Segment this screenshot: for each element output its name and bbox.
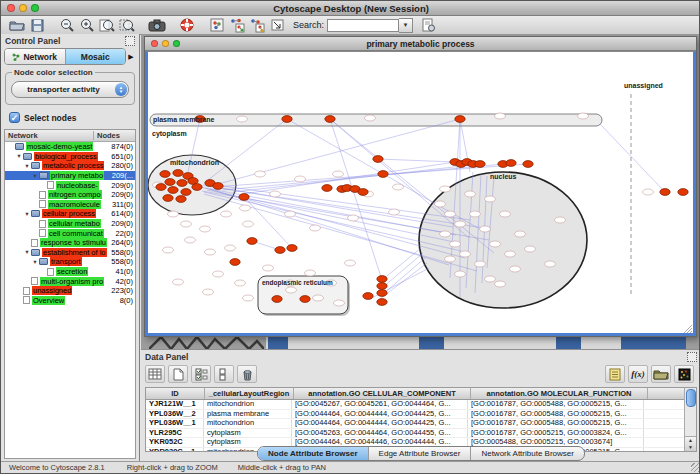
tab-mosaic-label: Mosaic [81,52,110,62]
tab-network-attribute-browser[interactable]: Network Attribute Browser [471,447,583,460]
matrix-icon[interactable] [674,365,694,383]
main-toolbar: Search: ▼ [1,16,700,35]
column-header[interactable]: annotation.GO CELLULAR_COMPONENT [294,388,471,399]
table-scrollbar[interactable]: ▲▼ [684,388,696,451]
table-cell [644,429,684,438]
table-cell: [GO:0044464, GO:0044444, GO:0044425, G..… [292,419,468,428]
function-builder-icon[interactable]: f(x) [628,365,648,383]
search-label: Search: [293,20,324,30]
tree-row[interactable]: response to stimulu264(0) [5,238,135,248]
svg-text:plasma membrane: plasma membrane [153,116,215,124]
attribute-table-icon[interactable] [145,365,165,383]
tree-row[interactable]: ▼metabolic process280(0) [5,161,135,171]
tab-node-attribute-browser[interactable]: Node Attribute Browser [258,447,369,460]
tree-row[interactable]: Overview8(0) [5,296,135,306]
column-header[interactable]: ID [146,388,205,399]
tree-expander-icon[interactable]: ▼ [31,259,39,265]
tree-row-label: biological_process [34,152,98,161]
tree-expander-icon[interactable]: ▼ [23,211,31,217]
search-dropdown-button[interactable]: ▼ [399,18,413,33]
file-icon [31,277,38,285]
file-icon [39,220,46,228]
open-icon[interactable] [8,17,26,33]
search-input[interactable] [327,19,399,32]
table-row[interactable]: YJR121W__1mitochondrion[GO:0045267, GO:0… [146,400,684,410]
tree-row[interactable]: ▼transport558(0) [5,257,135,267]
tree-row[interactable]: ▼biological_process651(0) [5,152,135,162]
notes-icon[interactable] [605,365,625,383]
delete-attribute-icon[interactable] [237,365,257,383]
column-header[interactable] [648,388,684,399]
table-cell: YLR295C [146,429,204,438]
background-window-fragment [268,337,288,349]
control-panel: Control Panel Network Mosaic ▶ Node colo… [1,34,140,463]
scrollbar-thumb[interactable] [686,389,696,407]
file-icon [47,181,54,189]
tab-edge-attribute-browser[interactable]: Edge Attribute Browser [369,447,472,460]
tree-expander-icon[interactable]: ▼ [15,153,23,159]
svg-text:cytoplasm: cytoplasm [152,130,187,138]
node-color-selection-group: Node color selection transporter activit… [5,72,135,105]
tree-expander-icon[interactable]: ▼ [31,173,39,179]
tree-column-nodes[interactable]: Nodes [94,131,135,140]
select-nodes-label: Select nodes [24,113,76,123]
tree-row[interactable]: cell communicat22(0) [5,228,135,238]
save-icon[interactable] [28,17,46,33]
column-header[interactable]: _cellularLayoutRegion [205,388,294,399]
search-options-icon[interactable] [419,17,437,33]
tree-row[interactable]: nucleobase-209(0) [5,180,135,190]
network-view-titlebar[interactable]: primary metabolic process [145,37,696,51]
zoom-in-icon[interactable] [78,17,96,33]
tree-row[interactable]: ▼cellular process614(0) [5,209,135,219]
tree-row-node-count: 209(... [112,171,135,180]
tree-row-node-count: 41(0) [115,267,135,276]
select-nodes-checkbox[interactable]: ✓ [9,112,20,123]
zoom-selected-icon[interactable] [118,17,136,33]
vizmapper-icon[interactable] [208,17,226,33]
table-row[interactable]: YLR295Ccytoplasm[GO:0045263, GO:0044464,… [146,429,684,439]
folder-icon [15,143,24,150]
resize-grip[interactable] [691,463,700,472]
unselect-attributes-icon[interactable] [214,365,234,383]
zoom-fit-icon[interactable] [98,17,116,33]
tree-row[interactable]: mosaic-demo-yeast874(0) [5,142,135,152]
import-icon[interactable] [268,17,286,33]
tree-row[interactable]: unassigned223(0) [5,286,135,296]
tree-row[interactable]: ▼establishment of lo558(0) [5,248,135,258]
help-lifesaver-icon[interactable] [178,17,196,33]
tree-row[interactable]: nitrogen compo209(0) [5,190,135,200]
tab-scroll-right-icon[interactable]: ▶ [126,53,136,61]
select-attributes-icon[interactable] [191,365,211,383]
tree-expander-icon[interactable]: ▼ [23,249,31,255]
folder-icon [31,249,40,256]
layout-icon[interactable] [228,17,246,33]
new-attribute-icon[interactable] [168,365,188,383]
tree-expander-icon[interactable]: ▼ [23,163,31,169]
tab-network[interactable]: Network [5,49,66,64]
tree-row[interactable]: ▼primary metabo209(... [5,171,135,181]
column-header[interactable]: annotation.GO MOLECULAR_FUNCTION [471,388,648,399]
tab-mosaic[interactable]: Mosaic [66,49,126,64]
tree-row[interactable]: secretion41(0) [5,267,135,277]
network-canvas[interactable]: plasma membranecytoplasmmitochondrionnuc… [145,51,696,336]
tree-column-network[interactable]: Network [5,131,94,140]
import-attributes-icon[interactable] [651,365,671,383]
float-panel-icon[interactable] [125,36,135,46]
tree-row-label: unassigned [32,286,72,295]
tree-row-node-count: 874(0) [111,142,135,151]
table-cell: mitochondrion [204,400,292,409]
tree-row-label: cellular metabo [48,219,101,228]
browser-tabs: Node Attribute Browser Edge Attribute Br… [141,446,700,461]
control-panel-header: Control Panel [1,34,139,47]
tree-row[interactable]: multi-organism pro42(0) [5,276,135,286]
float-panel-icon[interactable] [687,352,697,362]
table-cell: YJR121W__1 [146,400,204,409]
tree-row[interactable]: cellular metabo209(0) [5,219,135,229]
tree-row[interactable]: macromolecule311(0) [5,200,135,210]
node-color-dropdown[interactable]: transporter activity ▲▼ [11,81,129,98]
table-row[interactable]: YPL036W__2plasma membrane[GO:0044464, GO… [146,410,684,420]
layout-alt-icon[interactable] [248,17,266,33]
zoom-out-icon[interactable] [58,17,76,33]
snapshot-camera-icon[interactable] [148,17,166,33]
table-row[interactable]: YPL036W__1mitochondrion[GO:0044464, GO:0… [146,419,684,429]
